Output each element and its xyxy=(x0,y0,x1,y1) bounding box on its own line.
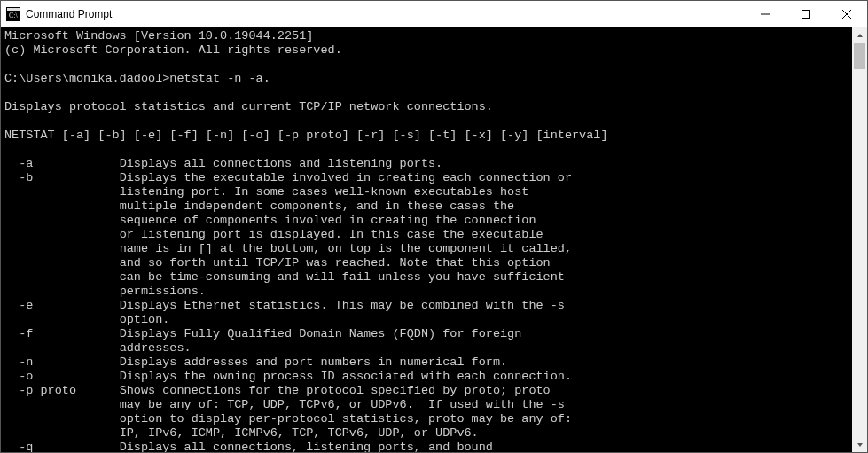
opt-text: Displays the owning process ID associate… xyxy=(120,370,572,383)
opt-text: can be time-consuming and will fail unle… xyxy=(120,270,565,284)
svg-marker-7 xyxy=(857,34,863,37)
command-text: netstat -n -a. xyxy=(169,72,270,85)
banner-line: Microsoft Windows [Version 10.0.19044.22… xyxy=(4,29,313,43)
svg-text:C:\: C:\ xyxy=(9,12,19,20)
scroll-down-arrow-icon[interactable] xyxy=(852,437,867,452)
opt-text: multiple independent components, and in … xyxy=(120,199,515,213)
window-controls xyxy=(745,1,867,27)
opt-text: and so forth until TCP/IP was reached. N… xyxy=(120,256,551,269)
opt-flag: -a xyxy=(19,157,33,170)
terminal-output: Microsoft Windows [Version 10.0.19044.22… xyxy=(1,27,867,452)
opt-text: may be any of: TCP, UDP, TCPv6, or UDPv6… xyxy=(120,398,565,411)
opt-text: option to display per-protocol statistic… xyxy=(120,412,572,426)
opt-text: IP, IPv6, ICMP, ICMPv6, TCP, TCPv6, UDP,… xyxy=(120,426,479,440)
opt-text: option. xyxy=(120,313,170,326)
app-icon: C:\ xyxy=(6,7,20,21)
opt-text: addresses. xyxy=(120,341,192,355)
opt-text: Displays the executable involved in crea… xyxy=(120,171,572,184)
help-usage: NETSTAT [-a] [-b] [-e] [-f] [-n] [-o] [-… xyxy=(4,129,608,142)
opt-flag: -q xyxy=(19,441,33,452)
help-desc: Displays protocol statistics and current… xyxy=(4,100,493,113)
svg-marker-8 xyxy=(857,443,863,447)
opt-text: sequence of components involved in creat… xyxy=(120,214,536,227)
opt-text: Displays addresses and port numbers in n… xyxy=(120,355,507,369)
prompt-path: C:\Users\monika.dadool> xyxy=(4,72,169,85)
opt-flag: -b xyxy=(19,171,33,184)
title-bar: C:\ Command Prompt xyxy=(1,1,867,27)
scroll-up-arrow-icon[interactable] xyxy=(852,27,867,43)
opt-text: permissions. xyxy=(120,285,206,298)
banner-line: (c) Microsoft Corporation. All rights re… xyxy=(4,43,342,57)
scroll-track[interactable] xyxy=(852,43,867,437)
opt-flag: -n xyxy=(19,355,33,369)
close-button[interactable] xyxy=(826,1,867,27)
opt-text: Displays Fully Qualified Domain Names (F… xyxy=(120,327,522,340)
terminal-area[interactable]: Microsoft Windows [Version 10.0.19044.22… xyxy=(1,27,867,452)
minimize-button[interactable] xyxy=(745,1,786,27)
vertical-scrollbar[interactable] xyxy=(852,27,867,452)
opt-flag: -o xyxy=(19,370,33,383)
opt-text: Shows connections for the protocol speci… xyxy=(120,384,551,397)
opt-flag: -f xyxy=(19,327,33,340)
maximize-button[interactable] xyxy=(786,1,826,27)
window-title: Command Prompt xyxy=(26,8,745,20)
opt-text: listening port. In some cases well-known… xyxy=(120,185,529,199)
opt-text: name is in [] at the bottom, on top is t… xyxy=(120,242,572,255)
opt-text: or listening port is displayed. In this … xyxy=(120,228,543,241)
scroll-thumb[interactable] xyxy=(854,43,865,69)
opt-text: Displays all connections and listening p… xyxy=(120,157,443,170)
svg-rect-1 xyxy=(7,8,20,11)
opt-text: Displays Ethernet statistics. This may b… xyxy=(120,299,565,312)
svg-rect-4 xyxy=(802,10,810,18)
opt-text: Displays all connections, listening port… xyxy=(120,441,493,452)
opt-flag: -e xyxy=(19,299,33,312)
opt-flag: -p proto xyxy=(19,384,76,397)
